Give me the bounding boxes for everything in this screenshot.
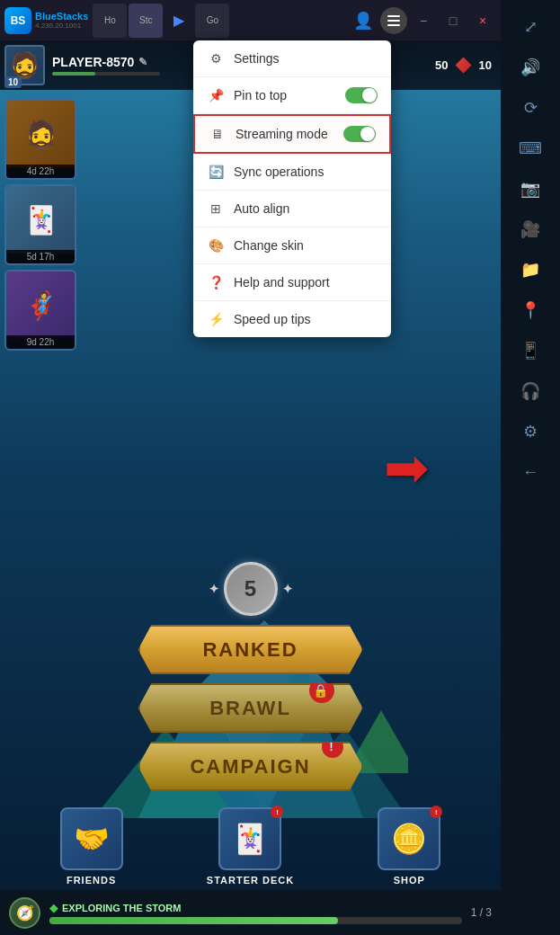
right-sidebar: ⤢ 🔊 ⟳ ⌨ 📷 🎥 📁 📍 📱 🎧 ⚙ ← [501,0,560,935]
bottom-progress-bar: 🧭 ◆ EXPLORING THE STORM 1 / 3 [0,890,501,935]
character-card-1[interactable]: 🧔 4d 22h [4,99,76,180]
character-panel: 🧔 4d 22h 🃏 5d 17h 🦸 9d 22h [4,99,76,351]
player-xp-bar [52,72,160,76]
game-buttons-area: 5 RANKED BRAWL 🔒 CAMPAIGN ! [116,562,386,791]
friends-button[interactable]: 🤝 FRIENDS [60,807,123,886]
sync-menu-icon: 🔄 [207,163,225,181]
sidebar-volume-icon[interactable]: 🔊 [512,49,548,85]
menu-item-change-skin[interactable]: 🎨 Change skin [193,227,391,264]
sidebar-location-icon[interactable]: 📍 [512,292,548,328]
speed-up-menu-icon: ⚡ [207,310,225,328]
sidebar-expand-icon[interactable]: ⤢ [512,9,548,45]
char-timer-3: 9d 22h [6,335,75,349]
menu-speed-up-label: Speed up tips [234,312,378,326]
window-controls: − □ × [410,9,496,31]
starter-deck-icon-box: 🃏 ! [218,807,281,870]
shop-icon-box: 🪙 ! [378,807,440,870]
menu-item-settings[interactable]: ⚙ Settings [193,40,391,77]
auto-align-menu-icon: ⊞ [207,200,225,218]
pin-menu-icon: 📌 [207,86,225,104]
bluestacks-logo: BS BlueStacks 4.230.20.1001 [4,7,88,34]
quest-progress-bar [49,917,462,924]
shop-label: SHOP [394,875,425,886]
friends-icon-box: 🤝 [60,807,123,870]
tab-store[interactable]: Stc [129,4,163,38]
sidebar-keyboard-icon[interactable]: ⌨ [512,130,548,166]
sidebar-rotate-icon[interactable]: ⟳ [512,90,548,126]
menu-auto-align-label: Auto align [234,201,378,216]
starter-deck-button[interactable]: 🃏 ! STARTER DECK [207,807,294,886]
starter-deck-label: STARTER DECK [207,875,294,886]
starter-deck-notif: ! [271,806,283,818]
tab-go[interactable]: Go [195,4,229,38]
ranked-button[interactable]: RANKED [138,625,363,674]
char-timer-1: 4d 22h [6,165,75,178]
tab-google-play[interactable]: ▶ [164,6,193,35]
bluestacks-logo-icon: BS [4,7,31,34]
streaming-mode-toggle[interactable] [343,126,376,142]
currency-1-display: 50 [435,58,448,72]
sidebar-camera-icon[interactable]: 🎥 [512,211,548,247]
profile-icon[interactable]: 👤 [349,6,378,35]
friends-label: FRIENDS [67,875,116,886]
change-skin-menu-icon: 🎨 [207,236,225,254]
campaign-button[interactable]: CAMPAIGN ! [138,742,363,791]
menu-help-label: Help and support [234,275,378,289]
sidebar-headset-icon[interactable]: 🎧 [512,373,548,409]
shop-notif: ! [430,806,442,818]
player-level-badge: 10 [4,76,22,88]
sidebar-phone-icon[interactable]: 📱 [512,333,548,369]
pin-to-top-toggle[interactable] [345,87,378,103]
campaign-notif-badge: ! [322,736,343,758]
hamburger-menu-button[interactable] [380,7,407,34]
menu-item-speed-up-tips[interactable]: ⚡ Speed up tips [193,301,391,337]
tab-home[interactable]: Ho [93,4,127,38]
gem-icon [456,58,472,74]
menu-change-skin-label: Change skin [234,238,378,253]
streaming-menu-icon: 🖥 [209,125,227,143]
game-area: 🧔 10 PLAYER-8570 ✎ 50 10 🧔 [0,0,501,935]
menu-item-pin-to-top[interactable]: 📌 Pin to top [193,77,391,114]
brawl-button[interactable]: BRAWL 🔒 [138,683,363,733]
brawl-lock-badge: 🔒 [309,678,334,703]
character-card-3[interactable]: 🦸 9d 22h [4,270,76,351]
char-timer-2: 5d 17h [6,250,75,263]
settings-menu-icon: ⚙ [207,49,225,67]
menu-item-help-support[interactable]: ❓ Help and support [193,264,391,301]
sidebar-back-icon[interactable]: ← [512,454,548,490]
bluestacks-tabs: Ho Stc ▶ Go [93,4,349,38]
top-stats: 50 10 [435,58,492,74]
menu-settings-label: Settings [234,51,378,66]
sidebar-screenshot-icon[interactable]: 📷 [512,171,548,207]
compass-icon: 🧭 [9,897,40,929]
maximize-button[interactable]: □ [440,9,467,31]
player-info: PLAYER-8570 ✎ [52,55,160,76]
currency-2-display: 10 [479,58,492,72]
edit-name-icon[interactable]: ✎ [138,56,147,68]
character-card-2[interactable]: 🃏 5d 17h [4,184,76,265]
quest-text: ◆ EXPLORING THE STORM [49,902,462,914]
bluestacks-logo-text: BlueStacks 4.230.20.1001 [35,11,88,30]
menu-item-sync-operations[interactable]: 🔄 Sync operations [193,154,391,191]
close-button[interactable]: × [469,9,496,31]
menu-pin-label: Pin to top [234,88,336,102]
minimize-button[interactable]: − [410,9,437,31]
player-name: PLAYER-8570 ✎ [52,55,160,69]
menu-item-streaming-mode[interactable]: 🖥 Streaming mode [193,114,391,154]
rank-badge: 5 [224,562,278,616]
quest-progress-fill [49,917,338,924]
menu-sync-label: Sync operations [234,165,378,179]
menu-streaming-label: Streaming mode [236,127,334,141]
quest-info: ◆ EXPLORING THE STORM [49,902,462,924]
bottom-icons-area: 🤝 FRIENDS 🃏 ! STARTER DECK 🪙 ! SHOP [0,807,501,886]
sidebar-settings-icon[interactable]: ⚙ [512,414,548,450]
quest-counter: 1 / 3 [471,906,492,919]
sidebar-folder-icon[interactable]: 📁 [512,252,548,288]
menu-item-auto-align[interactable]: ⊞ Auto align [193,191,391,227]
bluestacks-header: BS BlueStacks 4.230.20.1001 Ho Stc ▶ Go … [0,0,501,40]
hamburger-lines-icon [387,15,400,26]
help-menu-icon: ❓ [207,273,225,291]
player-xp-fill [52,72,95,76]
shop-button[interactable]: 🪙 ! SHOP [378,807,440,886]
settings-dropdown: ⚙ Settings 📌 Pin to top 🖥 Streaming mode… [193,40,391,337]
